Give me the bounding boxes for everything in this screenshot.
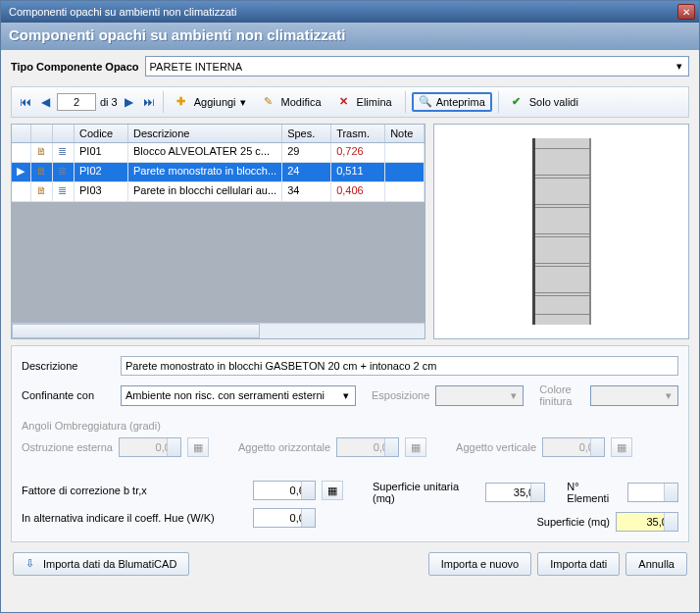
- ostruzione-spinner: 0,00: [119, 437, 181, 457]
- sup-unit-spinner[interactable]: 35,00: [485, 483, 546, 502]
- row-layers-icon: ≣: [58, 165, 67, 177]
- import-blumati-button[interactable]: ⇩ Importa dati da BlumatiCAD: [13, 552, 189, 576]
- type-label: Tipo Componente Opaco: [11, 61, 139, 73]
- col-note[interactable]: Note: [385, 125, 425, 142]
- row-layers-icon: ≣: [58, 184, 67, 196]
- sup-spinner[interactable]: 35,00: [616, 512, 678, 532]
- footer-buttons: ⇩ Importa dati da BlumatiCAD Importa e n…: [11, 548, 689, 580]
- angoli-group-label: Angoli Ombreggiatura (gradi): [22, 420, 678, 432]
- row-doc-icon: 🗎: [36, 145, 47, 157]
- sup-unit-label: Superficie unitaria (mq): [373, 481, 479, 504]
- esposizione-dropdown: [435, 385, 524, 406]
- type-dropdown-value: PARETE INTERNA: [150, 61, 243, 73]
- confinante-dropdown[interactable]: Ambiente non risc. con serramenti estern…: [121, 385, 356, 406]
- valid-label: Solo validi: [529, 96, 578, 108]
- import-new-button[interactable]: Importa e nuovo: [428, 552, 532, 576]
- preview-button[interactable]: 🔍 Anteprima: [412, 92, 492, 112]
- dialog-subheader: Componenti opachi su ambienti non climat…: [1, 23, 699, 50]
- close-icon[interactable]: ✕: [677, 4, 695, 20]
- add-button[interactable]: ✚ Aggiungi ▾: [170, 92, 253, 112]
- nav-next-icon[interactable]: ▶: [122, 94, 137, 110]
- colore-label: Colore finitura: [539, 383, 584, 407]
- agg-oriz-label: Aggetto orizzontale: [238, 441, 330, 453]
- agg-vert-grid-icon: ▦: [611, 437, 632, 457]
- type-row: Tipo Componente Opaco PARETE INTERNA: [11, 56, 689, 77]
- descrizione-label: Descrizione: [22, 360, 115, 372]
- delete-button[interactable]: ✕ Elimina: [332, 92, 399, 112]
- n-elem-label: N° Elementi: [567, 481, 622, 504]
- dialog-window: Componenti opachi su ambienti non climat…: [0, 0, 700, 613]
- preview-label: Anteprima: [436, 96, 485, 108]
- data-grid[interactable]: Codice Descrizione Spes. Trasm. Note 🗎≣P…: [11, 124, 425, 339]
- type-dropdown[interactable]: PARETE INTERNA: [145, 56, 689, 77]
- fattore-label: Fattore di correzione b tr,x: [22, 485, 247, 496]
- detail-form: Descrizione Parete monostrato in blocchi…: [11, 345, 689, 542]
- ostruzione-label: Ostruzione esterna: [22, 441, 113, 453]
- titlebar: Componenti opachi su ambienti non climat…: [1, 1, 699, 23]
- valid-button[interactable]: ✔ Solo validi: [505, 92, 585, 112]
- import-icon: ⇩: [25, 557, 39, 571]
- row-doc-icon: 🗎: [36, 165, 47, 177]
- col-codice[interactable]: Codice: [75, 125, 128, 142]
- toolbar: ⏮ ◀ di 3 ▶ ⏭ ✚ Aggiungi ▾ ✎ Modifica ✕ E…: [11, 86, 689, 118]
- table-row[interactable]: 🗎≣PI01Blocco ALVEOLATER 25 c...290,726: [12, 143, 425, 163]
- magnifier-icon: 🔍: [419, 95, 432, 109]
- nav-last-icon[interactable]: ⏭: [141, 94, 157, 110]
- wall-section-graphic: [532, 138, 591, 325]
- colore-dropdown: [590, 385, 678, 406]
- ostruzione-grid-icon: ▦: [187, 437, 209, 457]
- fattore-grid-icon[interactable]: ▦: [322, 481, 343, 500]
- col-descrizione[interactable]: Descrizione: [128, 125, 282, 142]
- confinante-label: Confinante con: [22, 389, 115, 401]
- esposizione-label: Esposizione: [372, 389, 429, 401]
- x-icon: ✕: [339, 95, 353, 109]
- chevron-down-icon: ▾: [240, 96, 246, 109]
- coeff-spinner[interactable]: 0,00: [253, 508, 316, 528]
- sup-label: Superficie (mq): [536, 516, 610, 528]
- plus-icon: ✚: [176, 95, 190, 109]
- preview-pane: [433, 124, 689, 339]
- check-icon: ✔: [512, 95, 525, 109]
- edit-button[interactable]: ✎ Modifica: [257, 92, 328, 112]
- table-row[interactable]: 🗎≣PI03Parete in blocchi cellulari au...3…: [12, 182, 425, 202]
- agg-vert-label: Aggetto verticale: [456, 441, 536, 453]
- coeff-label: In alternativa indicare il coeff. Hue (W…: [22, 512, 247, 524]
- agg-vert-spinner: 0,00: [542, 437, 605, 457]
- cancel-button[interactable]: Annulla: [625, 552, 687, 576]
- nav-prev-icon[interactable]: ◀: [37, 94, 53, 110]
- delete-label: Elimina: [357, 96, 392, 108]
- col-spes[interactable]: Spes.: [282, 125, 331, 142]
- import-button[interactable]: Importa dati: [537, 552, 620, 576]
- row-doc-icon: 🗎: [36, 184, 47, 196]
- col-trasm[interactable]: Trasm.: [331, 125, 385, 142]
- fattore-spinner[interactable]: 0,60: [253, 481, 316, 500]
- add-label: Aggiungi: [194, 96, 236, 108]
- n-elem-spinner[interactable]: 1: [627, 483, 678, 502]
- grid-scrollbar[interactable]: [12, 323, 425, 338]
- pencil-icon: ✎: [264, 95, 277, 109]
- window-title: Componenti opachi su ambienti non climat…: [5, 6, 677, 18]
- row-layers-icon: ≣: [58, 145, 67, 157]
- nav-first-icon[interactable]: ⏮: [18, 94, 33, 110]
- agg-oriz-grid-icon: ▦: [405, 437, 426, 457]
- page-suffix: di 3: [100, 96, 118, 108]
- descrizione-input[interactable]: Parete monostrato in blocchi GASBETON 20…: [121, 356, 678, 376]
- table-row[interactable]: ▶🗎≣PI02Parete monostrato in blocch...240…: [12, 163, 425, 182]
- page-input[interactable]: [57, 93, 96, 111]
- grid-header: Codice Descrizione Spes. Trasm. Note: [12, 125, 425, 143]
- edit-label: Modifica: [281, 96, 322, 108]
- agg-oriz-spinner: 0,00: [336, 437, 399, 457]
